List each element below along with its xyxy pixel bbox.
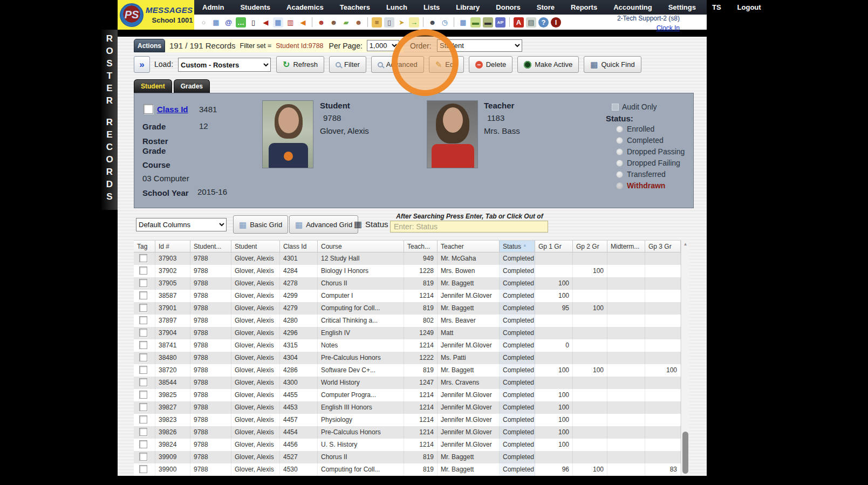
row-tag-checkbox[interactable] <box>139 316 147 324</box>
pdf-icon[interactable]: A <box>514 17 524 28</box>
calendar-grid-icon[interactable]: ▦ <box>211 17 221 28</box>
tickets-icon[interactable]: ▰ <box>341 17 351 28</box>
row-tag-checkbox[interactable] <box>139 341 147 349</box>
column-header-student-id[interactable]: Student... <box>190 240 231 252</box>
ledger-table-icon[interactable]: ▦ <box>458 17 468 28</box>
edit-button[interactable]: ✎Edit <box>429 56 464 73</box>
nav-item-admin[interactable]: Admin <box>194 3 232 11</box>
table-row[interactable]: 387419788Glover, Alexis4315Notes1214Jenn… <box>134 339 681 352</box>
column-header-midterm[interactable]: Midterm... <box>607 240 645 252</box>
scrollbar-thumb[interactable] <box>682 432 688 474</box>
staff-person-icon[interactable]: ☻ <box>427 17 438 28</box>
table-row[interactable]: 398269788Glover, Alexis4454Pre-Calculus … <box>134 426 681 439</box>
clock-icon[interactable]: ◷ <box>440 17 450 28</box>
columns-select[interactable]: Default Columns <box>136 218 227 231</box>
make-active-button[interactable]: Make Active <box>517 56 579 73</box>
lunch-burger-icon[interactable]: ≡ <box>372 17 382 28</box>
speaker-icon[interactable]: ◀ <box>261 17 271 28</box>
email-at-icon[interactable]: @ <box>223 17 234 28</box>
column-header-course[interactable]: Course <box>318 240 404 252</box>
column-header-teacher[interactable]: Teacher <box>438 240 500 252</box>
note-forward-icon[interactable]: → <box>409 17 419 28</box>
table-row[interactable]: 379029788Glover, Alexis4284Biology I Hon… <box>134 265 681 277</box>
nav-item-library[interactable]: Library <box>448 3 488 11</box>
quick-find-button[interactable]: ▦Quick Find <box>584 56 641 73</box>
family-group-icon[interactable]: ☻ <box>353 17 364 28</box>
row-tag-checkbox[interactable] <box>139 353 147 361</box>
printer-icon[interactable]: ▤ <box>526 17 536 28</box>
nav-item-ts[interactable]: TS <box>704 3 729 11</box>
advanced-grid-button[interactable]: ▦ Advanced Grid <box>289 215 358 234</box>
table-row[interactable]: 387209788Glover, Alexis4286Software Dev … <box>134 364 681 377</box>
nav-item-accounting[interactable]: Accounting <box>605 3 660 11</box>
status-search-input[interactable] <box>390 221 548 233</box>
column-header-gp3[interactable]: Gp 3 Gr <box>645 240 681 252</box>
row-tag-checkbox[interactable] <box>139 279 147 287</box>
table-row[interactable]: 385449788Glover, Alexis4300World History… <box>134 377 681 389</box>
row-tag-checkbox[interactable] <box>139 465 147 473</box>
row-tag-checkbox[interactable] <box>139 366 147 374</box>
column-header-tag[interactable]: Tag <box>134 240 155 252</box>
status-radio-dropped-failing[interactable] <box>616 160 623 167</box>
per-page-select[interactable]: 1,000 <box>367 40 399 51</box>
ap-badge-icon[interactable]: A/P <box>495 17 505 28</box>
row-tag-checkbox[interactable] <box>139 415 147 423</box>
column-header-class-id[interactable]: Class Id <box>280 240 318 252</box>
class-id-checkbox[interactable] <box>143 104 153 114</box>
refresh-button[interactable]: ↻Refresh <box>276 56 324 73</box>
table-row[interactable]: 398249788Glover, Alexis4456U. S. History… <box>134 439 681 451</box>
nav-item-logout[interactable]: Logout <box>729 3 769 11</box>
row-tag-checkbox[interactable] <box>139 291 147 299</box>
expand-actions-button[interactable]: » <box>134 56 150 73</box>
clock-in-link[interactable]: Clock In <box>657 24 680 32</box>
row-tag-checkbox[interactable] <box>139 428 147 436</box>
status-radio-dropped-passing[interactable] <box>616 148 623 155</box>
vending-icon[interactable]: ▯ <box>384 17 394 28</box>
table-row[interactable]: 398239788Glover, Alexis4457Physiology121… <box>134 414 681 426</box>
table-row[interactable]: 399099788Glover, Alexis4527Chorus II819M… <box>134 451 681 463</box>
row-tag-checkbox[interactable] <box>139 403 147 411</box>
logout-power-icon[interactable]: I <box>551 17 561 28</box>
advanced-button[interactable]: Advanced <box>371 56 424 73</box>
nav-item-students[interactable]: Students <box>232 3 278 11</box>
filter-button[interactable]: Filter <box>329 56 366 73</box>
help-icon[interactable]: ? <box>538 17 549 28</box>
calendar-date-icon[interactable]: ▥ <box>285 17 296 28</box>
payment-card-icon[interactable]: ▬ <box>470 17 481 28</box>
add-person-icon[interactable]: ☻ <box>316 17 326 28</box>
card-printer-icon[interactable]: ▬ <box>483 17 493 28</box>
column-header-status[interactable]: Status▴ <box>500 240 535 252</box>
row-tag-checkbox[interactable] <box>139 267 147 275</box>
search-icon[interactable]: ○ <box>199 17 209 28</box>
nav-item-lunch[interactable]: Lunch <box>378 3 415 11</box>
nav-item-reports[interactable]: Reports <box>563 3 605 11</box>
row-tag-checkbox[interactable] <box>139 453 147 461</box>
column-header-gp1[interactable]: Gp 1 Gr <box>535 240 573 252</box>
app-logo[interactable]: PS MESSAGES School 1001 <box>118 0 194 30</box>
tab-grades[interactable]: Grades <box>174 79 210 93</box>
actions-button[interactable]: Actions <box>134 39 165 52</box>
table-row[interactable]: 379019788Glover, Alexis4279Computing for… <box>134 302 681 315</box>
basic-grid-button[interactable]: ▦ Basic Grid <box>233 215 288 234</box>
row-tag-checkbox[interactable] <box>139 440 147 448</box>
table-row[interactable]: 384809788Glover, Alexis4304Pre-Calculus … <box>134 352 681 364</box>
table-row[interactable]: 378979788Glover, Alexis4280Critical Thin… <box>134 315 681 327</box>
chat-bubble-icon[interactable]: … <box>236 17 246 28</box>
table-row[interactable]: 398279788Glover, Alexis4453English III H… <box>134 401 681 414</box>
class-id-link[interactable]: Class Id <box>157 105 188 114</box>
order-select[interactable]: Student <box>437 39 522 52</box>
person-icon[interactable]: ☻ <box>329 17 339 28</box>
row-tag-checkbox[interactable] <box>139 254 147 262</box>
table-row[interactable]: 385879788Glover, Alexis4299Computer I121… <box>134 290 681 302</box>
status-radio-completed[interactable] <box>616 137 623 144</box>
megaphone-icon[interactable]: ◀ <box>298 17 308 28</box>
status-radio-enrolled[interactable] <box>616 126 623 133</box>
row-tag-checkbox[interactable] <box>139 329 147 337</box>
nav-item-settings[interactable]: Settings <box>660 3 704 11</box>
table-row[interactable]: 379059788Glover, Alexis4278Chorus II819M… <box>134 277 681 290</box>
nav-item-store[interactable]: Store <box>529 3 563 11</box>
table-row[interactable]: 379049788Glover, Alexis4296English IV124… <box>134 327 681 339</box>
load-select[interactable]: Custom - Rosters <box>178 58 271 72</box>
table-row[interactable]: 379039788Glover, Alexis430112 Study Hall… <box>134 252 681 265</box>
table-row[interactable]: 399009788Glover, Alexis4530Computing for… <box>134 463 681 476</box>
